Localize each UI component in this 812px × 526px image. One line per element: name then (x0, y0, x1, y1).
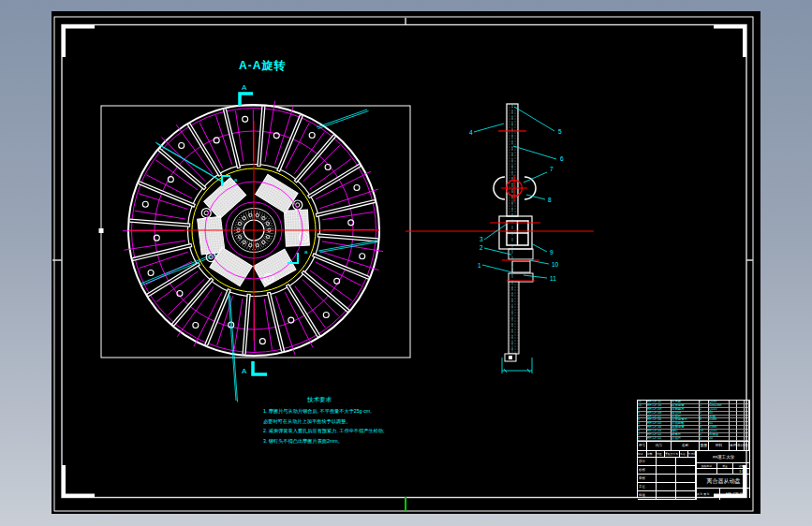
signature-cell: 校核 (638, 466, 657, 475)
signature-row: 设计 (638, 458, 696, 466)
organization-name: ××理工大学 (697, 451, 750, 464)
note-line: 2. 减振弹簧装入窗孔后应有预紧力, 工作中不得产生松动; (263, 426, 404, 436)
signature-header-cell: 年月日 (688, 451, 696, 458)
drawing-number: HF-CP-00 (720, 489, 750, 500)
signature-cell: 批准 (638, 491, 657, 500)
bom-header-cell: 总计 (737, 442, 745, 450)
bom-header-cell: 名称 (672, 442, 700, 450)
rivet-hole (309, 133, 315, 139)
note-line: 必要时可在从动片上加平衡块予以调整。 (263, 416, 404, 427)
section-letter-inner-1: a (234, 177, 238, 183)
spring-window-rect (284, 210, 309, 246)
notes-title: 技术要求 (263, 396, 376, 404)
section-letter-inner-2: a (304, 249, 308, 255)
notes-lines: 1. 摩擦片与从动片铆合后, 不平衡量不大于25g·cm, 必要时可在从动片上加… (263, 406, 404, 446)
bom-table: 11HF-CP-11支承盘1Q23510HF-CP-10碟形弹簧160Si2Mn… (638, 401, 749, 441)
technical-notes: 技术要求 1. 摩擦片与从动片铆合后, 不平衡量不大于25g·cm, 必要时可在… (263, 396, 404, 446)
drawing-number-row: 共 张 第 张 HF-CP-00 (697, 489, 750, 500)
leader-line (529, 260, 549, 264)
callout-number: 11 (550, 275, 556, 282)
leader-line (524, 275, 547, 278)
sector-slot-gap (159, 150, 204, 188)
sector-slot-gap (173, 279, 212, 324)
signature-header-cell: 签名 (680, 451, 688, 458)
callout-number: 8 (548, 197, 552, 203)
retainer-block (512, 261, 530, 272)
bom-cell: 1 (700, 437, 709, 441)
callout-number: 9 (550, 249, 554, 256)
bom-header-cell: 代号 (647, 442, 672, 450)
spring-window (256, 174, 298, 212)
spring-window-rect (256, 174, 298, 212)
leader-line (513, 146, 556, 159)
callout-number: 2 (480, 244, 483, 251)
cushion-spring-line (135, 211, 185, 219)
rivet-hole (259, 339, 265, 344)
signature-header-cell: 分区 (657, 451, 665, 458)
rivet-hole (148, 270, 154, 276)
facing-end-dot (509, 356, 512, 359)
signature-header-cell: 标记 (638, 451, 647, 458)
signature-cell (676, 483, 696, 491)
rivet-hole (193, 322, 199, 328)
cushion-spring-line (234, 299, 243, 349)
signature-cell (657, 483, 676, 491)
bom-header-cell: 序号 (638, 442, 647, 450)
bom-row: 1HF-CP-01从动片150 (638, 437, 749, 441)
signature-cell (657, 491, 676, 500)
signature-cell (676, 475, 696, 483)
centerlines-red (406, 131, 594, 281)
frame-corner-mark (714, 27, 745, 58)
callout-number: 4 (469, 129, 473, 136)
title-block: 11HF-CP-11支承盘1Q23510HF-CP-10碟形弹簧160Si2Mn… (637, 400, 750, 498)
callout-number: 3 (480, 236, 483, 242)
callout-number: 7 (550, 166, 554, 172)
bom-cell: 50 (709, 437, 730, 441)
signature-cell (657, 466, 676, 475)
cad-preview-stage: 4567832191011 A A a a A-A旋转 技术要求 1. 摩擦片与… (0, 0, 812, 526)
rivet-hole (142, 201, 148, 207)
cut-mark-bottom (253, 361, 267, 374)
side-section-view (406, 104, 594, 373)
disc-front-view (123, 101, 383, 402)
signature-cell (676, 458, 696, 466)
drawing-title: 离合器从动盘 (697, 475, 750, 488)
signature-header-cell: 更改文件号 (665, 451, 680, 458)
spring-window (284, 210, 309, 246)
bom-cell (737, 437, 745, 441)
signature-cell (676, 466, 696, 475)
bom-header-cell: 数量 (700, 442, 709, 450)
section-view-title: A-A旋转 (239, 58, 286, 74)
signature-row: 审核 (638, 475, 696, 483)
leader-line (531, 243, 547, 252)
spline-tooth (262, 216, 265, 219)
signature-cell (657, 458, 676, 466)
section-letter-bottom: A (242, 367, 247, 375)
signature-cell: 审核 (638, 475, 657, 483)
spline-tooth (249, 243, 252, 246)
sheet-note: 共 张 第 张 (697, 489, 720, 500)
bom-header-cell: 单件 (730, 442, 737, 450)
signature-rows: 设计校核审核工艺批准 (638, 458, 696, 500)
leader-line (514, 107, 554, 131)
section-trace (318, 111, 369, 129)
leader-line (482, 265, 512, 272)
signature-cell: 工艺 (638, 483, 657, 491)
signature-row: 工艺 (638, 483, 696, 491)
facing-strip-lower (509, 282, 519, 354)
callout-number: 6 (560, 155, 564, 162)
signature-row: 校核 (638, 466, 696, 475)
bom-cell (730, 437, 737, 441)
signature-cell (676, 491, 696, 500)
section-trace (230, 296, 238, 402)
sector-slot-gap (303, 272, 347, 311)
cushion-spring-line (265, 101, 275, 162)
signature-header: 标记处数分区更改文件号签名年月日 (638, 451, 696, 458)
rivet-hole (360, 254, 365, 259)
section-letter-top: A (242, 83, 247, 92)
signature-cell (657, 475, 676, 483)
view-box-tick (99, 228, 104, 233)
spline-tooth (256, 213, 258, 216)
note-line: 1. 摩擦片与从动片铆合后, 不平衡量不大于25g·cm, (263, 406, 404, 416)
bom-header-row: 序号代号名称数量材料单件总计备注 (638, 441, 749, 450)
